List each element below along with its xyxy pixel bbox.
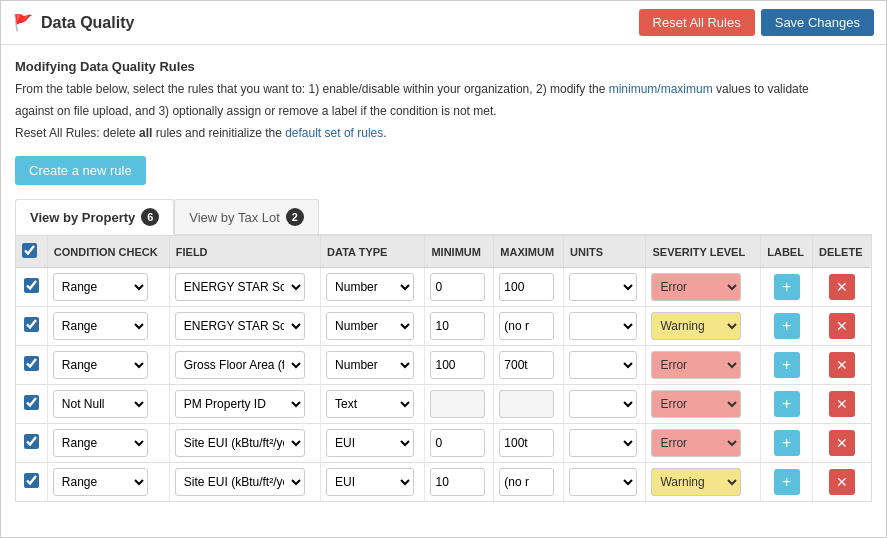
condition-select[interactable]: RangeNot NullRequiredYear [53, 312, 148, 340]
max-input[interactable] [499, 273, 554, 301]
row-checkbox[interactable] [24, 473, 39, 488]
condition-select[interactable]: RangeNot NullRequiredYear [53, 468, 148, 496]
condition-select[interactable]: RangeNot NullRequiredYear [53, 351, 148, 379]
add-label-button[interactable]: + [774, 469, 800, 495]
field-select[interactable]: ENERGY STAR ScoreGross Floor Area (ft²)P… [175, 312, 305, 340]
th-data-type: DATA TYPE [321, 236, 425, 268]
delete-rule-button[interactable]: ✕ [829, 430, 855, 456]
max-input[interactable] [499, 468, 554, 496]
datatype-select[interactable]: NumberTextEUIYear [326, 351, 414, 379]
tab-view-by-tax-lot[interactable]: View by Tax Lot 2 [174, 199, 319, 234]
rules-table: CONDITION CHECK FIELD DATA TYPE MINIMUM … [16, 236, 871, 501]
th-delete: DELETE [813, 236, 871, 268]
units-select[interactable]: ft²kBtukWh [569, 273, 637, 301]
rules-table-wrapper: CONDITION CHECK FIELD DATA TYPE MINIMUM … [15, 235, 872, 502]
th-condition-check: CONDITION CHECK [47, 236, 169, 268]
max-input[interactable] [499, 429, 554, 457]
min-input [430, 390, 485, 418]
description-line3: Reset All Rules: delete all rules and re… [15, 124, 872, 142]
content-area: Modifying Data Quality Rules From the ta… [1, 45, 886, 512]
add-label-button[interactable]: + [774, 391, 800, 417]
row-checkbox[interactable] [24, 278, 39, 293]
th-checkbox [16, 236, 47, 268]
units-select[interactable]: ft²kBtukWh [569, 468, 637, 496]
description-line1: From the table below, select the rules t… [15, 80, 872, 98]
description-line2: against on file upload, and 3) optionall… [15, 102, 872, 120]
header: 🚩 Data Quality Reset All Rules Save Chan… [1, 1, 886, 45]
min-input[interactable] [430, 429, 485, 457]
delete-rule-button[interactable]: ✕ [829, 313, 855, 339]
add-label-button[interactable]: + [774, 274, 800, 300]
severity-select[interactable]: ErrorWarning [651, 351, 741, 379]
condition-select[interactable]: RangeNot NullRequiredYear [53, 429, 148, 457]
severity-select[interactable]: ErrorWarning [651, 468, 741, 496]
units-select[interactable]: ft²kBtukWh [569, 390, 637, 418]
max-input [499, 390, 554, 418]
row-checkbox[interactable] [24, 356, 39, 371]
units-select[interactable]: ft²kBtukWh [569, 429, 637, 457]
delete-rule-button[interactable]: ✕ [829, 274, 855, 300]
max-input[interactable] [499, 312, 554, 340]
units-select[interactable]: ft²kBtukWh [569, 312, 637, 340]
header-buttons: Reset All Rules Save Changes [639, 9, 874, 36]
min-input[interactable] [430, 468, 485, 496]
tab-property-badge: 6 [141, 208, 159, 226]
flag-icon: 🚩 [13, 13, 33, 32]
condition-select[interactable]: RangeNot NullRequiredYear [53, 390, 148, 418]
min-input[interactable] [430, 312, 485, 340]
th-field: FIELD [169, 236, 320, 268]
datatype-select[interactable]: NumberTextEUIYear [326, 429, 414, 457]
units-select[interactable]: ft²kBtukWh [569, 351, 637, 379]
delete-rule-button[interactable]: ✕ [829, 391, 855, 417]
select-all-checkbox[interactable] [22, 243, 37, 258]
save-changes-button[interactable]: Save Changes [761, 9, 874, 36]
tab-taxlot-label: View by Tax Lot [189, 210, 280, 225]
th-maximum: MAXIMUM [494, 236, 564, 268]
row-checkbox[interactable] [24, 434, 39, 449]
th-minimum: MINIMUM [425, 236, 494, 268]
field-select[interactable]: ENERGY STAR ScoreGross Floor Area (ft²)P… [175, 429, 305, 457]
delete-rule-button[interactable]: ✕ [829, 352, 855, 378]
add-label-button[interactable]: + [774, 430, 800, 456]
datatype-select[interactable]: NumberTextEUIYear [326, 390, 414, 418]
table-row: RangeNot NullRequiredYearENERGY STAR Sco… [16, 385, 871, 424]
section-title: Modifying Data Quality Rules [15, 59, 872, 74]
tab-property-label: View by Property [30, 210, 135, 225]
min-input[interactable] [430, 351, 485, 379]
min-input[interactable] [430, 273, 485, 301]
severity-select[interactable]: ErrorWarning [651, 273, 741, 301]
tab-taxlot-badge: 2 [286, 208, 304, 226]
table-row: RangeNot NullRequiredYearENERGY STAR Sco… [16, 268, 871, 307]
tabs: View by Property 6 View by Tax Lot 2 [15, 199, 872, 235]
th-severity-level: SEVERITY LEVEL [646, 236, 761, 268]
page-title: Data Quality [41, 14, 134, 32]
th-label: LABEL [761, 236, 813, 268]
condition-select[interactable]: RangeNot NullRequiredYear [53, 273, 148, 301]
datatype-select[interactable]: NumberTextEUIYear [326, 312, 414, 340]
reset-all-rules-button[interactable]: Reset All Rules [639, 9, 755, 36]
severity-select[interactable]: ErrorWarning [651, 429, 741, 457]
tab-view-by-property[interactable]: View by Property 6 [15, 199, 174, 235]
add-label-button[interactable]: + [774, 352, 800, 378]
create-new-rule-button[interactable]: Create a new rule [15, 156, 146, 185]
datatype-select[interactable]: NumberTextEUIYear [326, 273, 414, 301]
table-row: RangeNot NullRequiredYearENERGY STAR Sco… [16, 307, 871, 346]
add-label-button[interactable]: + [774, 313, 800, 339]
th-units: UNITS [564, 236, 646, 268]
table-row: RangeNot NullRequiredYearENERGY STAR Sco… [16, 346, 871, 385]
row-checkbox[interactable] [24, 395, 39, 410]
field-select[interactable]: ENERGY STAR ScoreGross Floor Area (ft²)P… [175, 273, 305, 301]
field-select[interactable]: ENERGY STAR ScoreGross Floor Area (ft²)P… [175, 390, 305, 418]
delete-rule-button[interactable]: ✕ [829, 469, 855, 495]
severity-select[interactable]: ErrorWarning [651, 390, 741, 418]
datatype-select[interactable]: NumberTextEUIYear [326, 468, 414, 496]
field-select[interactable]: ENERGY STAR ScoreGross Floor Area (ft²)P… [175, 351, 305, 379]
row-checkbox[interactable] [24, 317, 39, 332]
table-row: RangeNot NullRequiredYearENERGY STAR Sco… [16, 463, 871, 502]
field-select[interactable]: ENERGY STAR ScoreGross Floor Area (ft²)P… [175, 468, 305, 496]
table-row: RangeNot NullRequiredYearENERGY STAR Sco… [16, 424, 871, 463]
header-left: 🚩 Data Quality [13, 13, 134, 32]
max-input[interactable] [499, 351, 554, 379]
severity-select[interactable]: ErrorWarning [651, 312, 741, 340]
